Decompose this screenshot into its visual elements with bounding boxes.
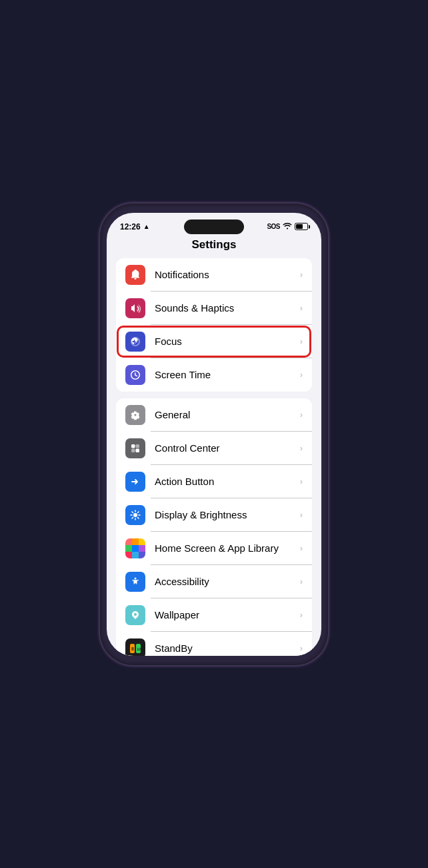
- actionbutton-icon: [125, 472, 145, 492]
- settings-item-display[interactable]: Display & Brightness ›: [116, 498, 312, 532]
- phone-frame: 12:26 ▲ SOS Sett: [100, 203, 328, 665]
- standby-icon: 8 12: [125, 638, 145, 656]
- general-chevron: ›: [300, 410, 303, 420]
- homescreen-label: Home Screen & App Library: [155, 542, 300, 554]
- svg-text:8: 8: [131, 646, 134, 651]
- settings-group-1: Notifications › Sounds & Haptics ›: [116, 258, 312, 392]
- display-icon: [125, 505, 145, 525]
- wallpaper-label: Wallpaper: [155, 609, 300, 620]
- settings-scroll[interactable]: Notifications › Sounds & Haptics ›: [107, 258, 321, 656]
- accessibility-icon: [125, 572, 145, 592]
- svg-point-4: [133, 513, 137, 517]
- focus-icon: [125, 332, 145, 352]
- focus-label: Focus: [155, 336, 300, 347]
- focus-chevron: ›: [300, 336, 303, 346]
- notifications-icon: [125, 265, 145, 285]
- wifi-icon: [283, 222, 292, 231]
- status-time: 12:26 ▲: [120, 222, 150, 232]
- settings-item-standby[interactable]: 8 12 StandBy ›: [116, 632, 312, 656]
- settings-item-general[interactable]: General ›: [116, 398, 312, 432]
- sounds-chevron: ›: [300, 303, 303, 313]
- svg-rect-2: [131, 448, 135, 452]
- notifications-label: Notifications: [155, 269, 300, 280]
- homescreen-icon: [125, 538, 145, 558]
- time-display: 12:26: [120, 222, 141, 232]
- screentime-label: Screen Time: [155, 369, 300, 380]
- homescreen-chevron: ›: [300, 543, 303, 553]
- settings-item-accessibility[interactable]: Accessibility ›: [116, 565, 312, 598]
- general-icon: [125, 405, 145, 425]
- actionbutton-label: Action Button: [155, 476, 300, 487]
- controlcenter-chevron: ›: [300, 443, 303, 453]
- controlcenter-label: Control Center: [155, 442, 300, 454]
- svg-rect-1: [136, 444, 140, 448]
- signal-sos: SOS: [267, 223, 280, 230]
- settings-item-focus[interactable]: Focus ›: [116, 325, 312, 358]
- standby-label: StandBy: [155, 642, 300, 654]
- battery-icon: [295, 223, 308, 230]
- accessibility-chevron: ›: [300, 576, 303, 586]
- controlcenter-icon: [125, 438, 145, 458]
- general-label: General: [155, 409, 300, 420]
- wallpaper-icon: [125, 605, 145, 625]
- sounds-icon: [125, 298, 145, 318]
- svg-text:12: 12: [137, 647, 141, 651]
- svg-rect-3: [136, 448, 140, 452]
- accessibility-label: Accessibility: [155, 576, 300, 587]
- actionbutton-chevron: ›: [300, 476, 303, 486]
- settings-item-actionbutton[interactable]: Action Button ›: [116, 465, 312, 498]
- display-label: Display & Brightness: [155, 509, 300, 520]
- settings-item-screentime[interactable]: Screen Time ›: [116, 358, 312, 392]
- standby-chevron: ›: [300, 643, 303, 653]
- settings-group-2: General › Control Center: [116, 398, 312, 656]
- status-indicators: SOS: [267, 222, 308, 231]
- notifications-chevron: ›: [300, 270, 303, 280]
- settings-item-notifications[interactable]: Notifications ›: [116, 258, 312, 292]
- settings-item-sounds[interactable]: Sounds & Haptics ›: [116, 292, 312, 325]
- dynamic-island: [184, 220, 244, 234]
- wallpaper-chevron: ›: [300, 610, 303, 620]
- phone-screen: 12:26 ▲ SOS Sett: [107, 213, 321, 656]
- screentime-chevron: ›: [300, 370, 303, 380]
- settings-item-homescreen[interactable]: Home Screen & App Library ›: [116, 532, 312, 565]
- svg-point-5: [135, 577, 137, 579]
- sounds-label: Sounds & Haptics: [155, 302, 300, 314]
- settings-item-wallpaper[interactable]: Wallpaper ›: [116, 598, 312, 632]
- screentime-icon: [125, 365, 145, 385]
- location-icon: ▲: [143, 223, 150, 230]
- page-title: Settings: [107, 234, 321, 258]
- display-chevron: ›: [300, 510, 303, 520]
- svg-rect-0: [131, 444, 135, 448]
- settings-item-controlcenter[interactable]: Control Center ›: [116, 432, 312, 465]
